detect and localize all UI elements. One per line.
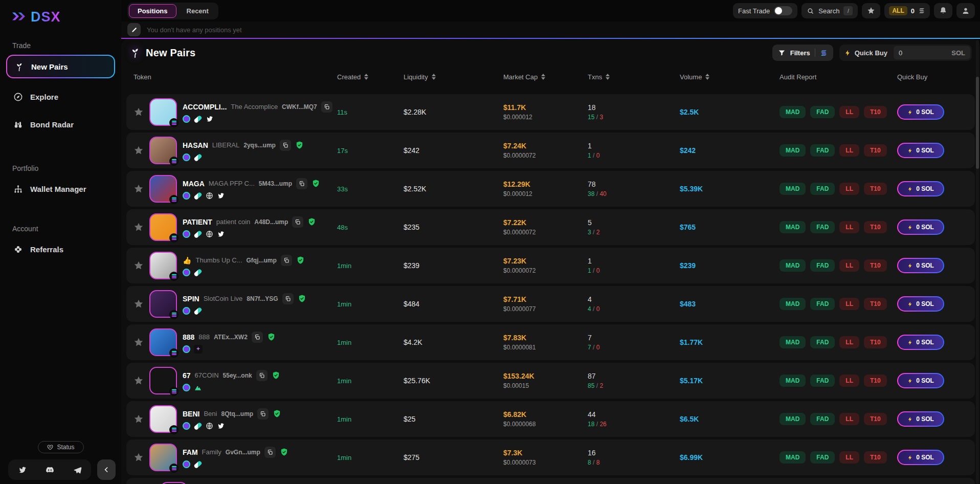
- filters-button[interactable]: Filters: [772, 45, 833, 61]
- pump-icon[interactable]: [183, 345, 190, 353]
- table-row[interactable]: FAM Family GvGn...ump 1min $275 $7.3K $0…: [126, 439, 975, 475]
- pill-icon[interactable]: [193, 460, 202, 468]
- column-header-created[interactable]: Created: [337, 73, 404, 81]
- twitter-icon[interactable]: [18, 466, 27, 474]
- row-quick-buy-button[interactable]: 0 SOL: [897, 296, 944, 312]
- pill-icon[interactable]: [193, 115, 202, 123]
- pump-icon[interactable]: [183, 307, 190, 315]
- column-header-volume[interactable]: Volume: [680, 73, 779, 81]
- row-quick-buy-button[interactable]: 0 SOL: [897, 219, 944, 235]
- pill-icon[interactable]: [193, 422, 202, 430]
- row-quick-buy-button[interactable]: 0 SOL: [897, 373, 944, 388]
- scrollbar-thumb[interactable]: [976, 77, 979, 169]
- row-quick-buy-button[interactable]: 0 SOL: [897, 335, 944, 350]
- table-row[interactable]: ACCOMPLI... The Accomplice CWKf...MQ7 11…: [126, 94, 975, 130]
- mountain-icon[interactable]: [194, 384, 202, 392]
- tab-positions[interactable]: Positions: [129, 4, 176, 18]
- discord-icon[interactable]: [46, 466, 54, 474]
- pump-icon[interactable]: [183, 153, 190, 161]
- copy-address-button[interactable]: [281, 255, 292, 266]
- copy-address-button[interactable]: [252, 332, 263, 343]
- notifications-button[interactable]: [934, 3, 952, 18]
- pump-icon[interactable]: [183, 115, 190, 123]
- favorite-star-icon[interactable]: [133, 184, 144, 194]
- sort-icon[interactable]: [364, 74, 368, 80]
- favorite-star-icon[interactable]: [133, 107, 144, 117]
- row-quick-buy-button[interactable]: 0 SOL: [897, 258, 944, 273]
- pill-icon[interactable]: [193, 268, 202, 276]
- copy-address-button[interactable]: [256, 370, 268, 381]
- copy-address-button[interactable]: [264, 447, 276, 458]
- pump-icon[interactable]: [183, 422, 190, 430]
- table-row[interactable]: 67 67COIN 55ey...onk 1min $25.76K $153.2…: [126, 363, 975, 399]
- quick-buy-input[interactable]: 0 SOL: [894, 46, 970, 59]
- copy-address-button[interactable]: [280, 140, 291, 151]
- pump-icon[interactable]: [183, 192, 190, 200]
- favorites-button[interactable]: [862, 3, 880, 18]
- column-header-txns[interactable]: Txns: [588, 73, 680, 81]
- tab-recent[interactable]: Recent: [179, 5, 217, 17]
- favorite-star-icon[interactable]: [133, 376, 144, 386]
- sidebar-item-wallet-manager[interactable]: Wallet Manager: [6, 179, 115, 199]
- pill-icon[interactable]: [193, 230, 202, 238]
- row-quick-buy-button[interactable]: 0 SOL: [897, 411, 944, 427]
- globe-icon[interactable]: [206, 230, 213, 238]
- sort-icon[interactable]: [541, 74, 545, 80]
- column-header-market-cap[interactable]: Market Cap: [503, 73, 588, 81]
- telegram-icon[interactable]: [73, 466, 82, 474]
- table-row[interactable]: BENI Beni 8Qtq...ump 1min $25 $6.82K $0.…: [126, 401, 975, 437]
- pump-icon[interactable]: [183, 269, 190, 276]
- fast-trade-toggle[interactable]: [774, 6, 792, 15]
- row-quick-buy-button[interactable]: 0 SOL: [897, 104, 944, 120]
- pump-icon[interactable]: [183, 384, 190, 391]
- pump-icon[interactable]: [183, 460, 190, 468]
- sort-icon[interactable]: [705, 74, 709, 80]
- sidebar-item-bond-radar[interactable]: Bond Radar: [6, 114, 115, 135]
- globe-icon[interactable]: [206, 422, 213, 430]
- copy-address-button[interactable]: [282, 293, 294, 304]
- twitter-icon[interactable]: [217, 230, 225, 238]
- favorite-star-icon[interactable]: [133, 414, 144, 424]
- row-quick-buy-button[interactable]: 0 SOL: [897, 181, 944, 196]
- all-filter-button[interactable]: ALL 0: [884, 3, 930, 18]
- copy-address-button[interactable]: [296, 178, 307, 189]
- sort-icon[interactable]: [432, 74, 436, 80]
- search-button[interactable]: Search /: [801, 3, 858, 18]
- brand-logo[interactable]: DSX: [0, 0, 121, 25]
- twitter-icon[interactable]: [206, 115, 213, 123]
- table-row[interactable]: 888 888 ATEx...XW2 1min $4.2K $7.83K $0.…: [126, 324, 975, 360]
- twitter-icon[interactable]: [217, 422, 225, 430]
- globe-icon[interactable]: [206, 192, 213, 200]
- sidebar-collapse-button[interactable]: [97, 459, 116, 480]
- row-quick-buy-button[interactable]: 0 SOL: [897, 143, 944, 158]
- account-button[interactable]: [956, 3, 975, 18]
- pump-icon[interactable]: [183, 230, 190, 238]
- sidebar-item-new-pairs[interactable]: New Pairs: [6, 55, 115, 78]
- row-quick-buy-button[interactable]: 0 SOL: [897, 450, 944, 465]
- table-row[interactable]: PATIENT patient coin A48D...ump 48s $235…: [126, 209, 975, 245]
- copy-address-button[interactable]: [321, 101, 332, 113]
- table-row[interactable]: HASAN LIBERAL 2yqs...ump 17s $242 $7.24K…: [126, 133, 975, 168]
- sidebar-item-explore[interactable]: Explore: [6, 86, 115, 107]
- favorite-star-icon[interactable]: [133, 145, 144, 156]
- favorite-star-icon[interactable]: [133, 260, 144, 271]
- favorite-star-icon[interactable]: [133, 452, 144, 463]
- table-row[interactable]: 👍 Thumbs Up C... Gfqj...ump 1min $239 $7…: [126, 248, 975, 283]
- column-header-liquidity[interactable]: Liquidity: [404, 73, 503, 81]
- quick-buy-bar[interactable]: Quick Buy 0 SOL: [839, 45, 972, 61]
- pill-icon[interactable]: [193, 306, 202, 315]
- sparkle-icon[interactable]: [194, 345, 203, 354]
- pill-icon[interactable]: [193, 153, 202, 161]
- table-row[interactable]: SPIN SlotCoin Live 8N7f...YSG 1min $484 …: [126, 286, 975, 322]
- fast-trade-toggle-group[interactable]: Fast Trade: [733, 3, 797, 18]
- favorite-star-icon[interactable]: [133, 222, 144, 232]
- copy-address-button[interactable]: [292, 216, 303, 228]
- copy-address-button[interactable]: [257, 408, 269, 420]
- twitter-icon[interactable]: [217, 192, 225, 200]
- status-button[interactable]: Status: [38, 441, 84, 453]
- favorite-star-icon[interactable]: [133, 299, 144, 309]
- pill-icon[interactable]: [193, 191, 202, 200]
- table-row[interactable]: MAGA MAGA PFP C... 5M43...ump 33s $2.52K…: [126, 171, 975, 207]
- favorite-star-icon[interactable]: [133, 337, 144, 347]
- sort-icon[interactable]: [606, 74, 610, 80]
